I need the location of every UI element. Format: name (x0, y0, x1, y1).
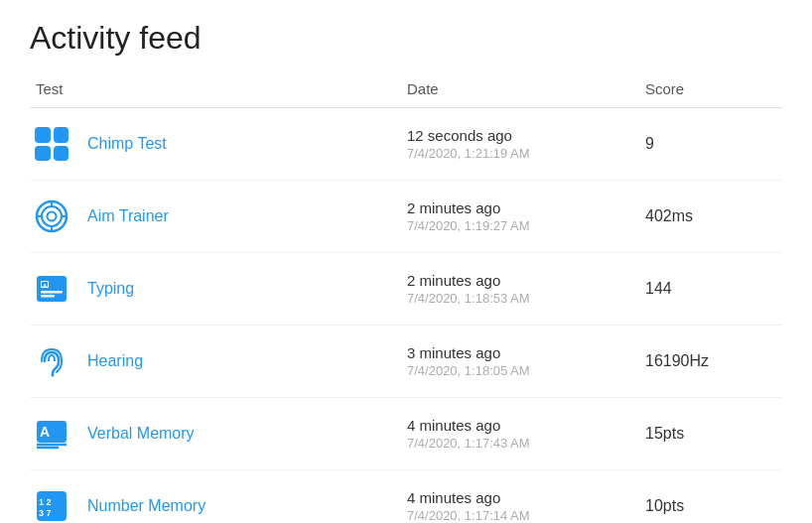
date-absolute: 7/4/2020, 1:17:43 AM (407, 436, 606, 451)
score-cell: 15pts (625, 398, 782, 470)
test-cell: A Verbal Memory (30, 398, 387, 469)
date-absolute: 7/4/2020, 1:17:14 AM (407, 508, 606, 523)
date-relative: 4 minutes ago (407, 489, 606, 506)
date-absolute: 7/4/2020, 1:18:53 AM (407, 291, 606, 306)
page-title: Activity feed (30, 20, 782, 57)
date-absolute: 7/4/2020, 1:21:19 AM (407, 146, 606, 161)
date-absolute: 7/4/2020, 1:18:05 AM (407, 363, 606, 378)
date-column-header: Date (387, 80, 625, 108)
svg-rect-12 (41, 295, 55, 298)
hearing-icon (30, 339, 73, 383)
date-cell: 4 minutes ago 7/4/2020, 1:17:14 AM (387, 470, 625, 524)
test-cell: 1 2 3 7 Number Memory (30, 470, 387, 523)
test-cell: A Typing (30, 253, 387, 325)
table-row: Hearing 3 minutes ago 7/4/2020, 1:18:05 … (30, 326, 782, 398)
svg-rect-7 (37, 276, 67, 302)
test-name-link[interactable]: Number Memory (87, 497, 205, 515)
svg-point-1 (42, 206, 62, 226)
date-relative: 12 seconds ago (407, 127, 606, 144)
date-relative: 3 minutes ago (407, 344, 606, 361)
test-name-link[interactable]: Chimp Test (87, 135, 167, 153)
table-row: A Typing 2 minutes ago 7/4/2020, 1:18:53… (30, 253, 782, 326)
score-cell: 144 (625, 253, 782, 326)
svg-text:3 7: 3 7 (39, 508, 52, 518)
date-absolute: 7/4/2020, 1:19:27 AM (407, 218, 606, 233)
verbal-icon: A (30, 412, 73, 456)
table-row: 1 2 3 7 Number Memory 4 minutes ago 7/4/… (30, 470, 782, 524)
test-name-link[interactable]: Verbal Memory (87, 425, 195, 443)
test-name-link[interactable]: Hearing (87, 352, 143, 370)
date-cell: 2 minutes ago 7/4/2020, 1:19:27 AM (387, 181, 625, 253)
typing-icon: A (30, 267, 73, 311)
score-column-header: Score (625, 80, 782, 108)
date-relative: 4 minutes ago (407, 417, 606, 434)
number-icon: 1 2 3 7 (30, 484, 73, 523)
test-cell: Chimp Test (30, 108, 387, 180)
table-row: Aim Trainer 2 minutes ago 7/4/2020, 1:19… (30, 181, 782, 253)
svg-rect-11 (41, 291, 63, 294)
test-name-link[interactable]: Typing (87, 280, 134, 298)
test-cell: Hearing (30, 326, 387, 397)
test-column-header: Test (30, 80, 387, 108)
score-cell: 10pts (625, 470, 782, 524)
score-cell: 402ms (625, 181, 782, 253)
date-relative: 2 minutes ago (407, 199, 606, 216)
date-cell: 4 minutes ago 7/4/2020, 1:17:43 AM (387, 398, 625, 470)
svg-text:A: A (40, 424, 50, 440)
svg-text:A: A (43, 283, 48, 289)
score-cell: 9 (625, 108, 782, 181)
table-row: Chimp Test 12 seconds ago 7/4/2020, 1:21… (30, 108, 782, 181)
svg-point-13 (52, 374, 55, 377)
date-relative: 2 minutes ago (407, 272, 606, 289)
test-name-link[interactable]: Aim Trainer (87, 207, 169, 225)
test-cell: Aim Trainer (30, 181, 387, 252)
date-cell: 2 minutes ago 7/4/2020, 1:18:53 AM (387, 253, 625, 326)
svg-text:1 2: 1 2 (39, 497, 52, 507)
activity-table: Test Date Score Chimp Test 12 se (30, 80, 782, 523)
chimp-icon (30, 122, 73, 166)
date-cell: 12 seconds ago 7/4/2020, 1:21:19 AM (387, 108, 625, 181)
score-cell: 16190Hz (625, 326, 782, 398)
date-cell: 3 minutes ago 7/4/2020, 1:18:05 AM (387, 326, 625, 398)
aim-icon (30, 195, 73, 238)
table-row: A Verbal Memory 4 minutes ago 7/4/2020, … (30, 398, 782, 470)
svg-point-2 (48, 212, 57, 221)
